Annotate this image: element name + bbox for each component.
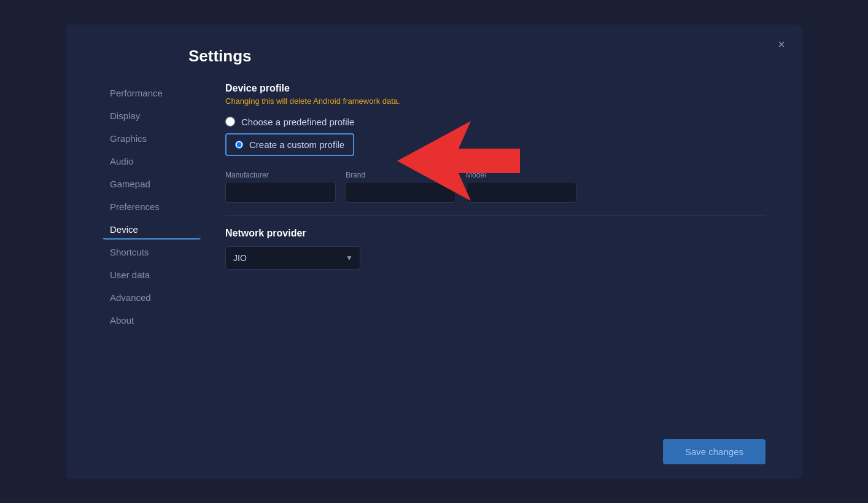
brand-input[interactable] (346, 182, 456, 203)
network-provider-select[interactable]: JIO Airtel Vodafone BSNL (225, 246, 360, 270)
sidebar: Performance Display Graphics Audio Gamep… (66, 83, 201, 429)
sidebar-item-device[interactable]: Device (103, 219, 201, 240)
modal-footer: Save changes (66, 429, 802, 479)
section-divider (225, 215, 765, 216)
sidebar-item-about[interactable]: About (103, 310, 201, 330)
custom-profile-label: Create a custom profile (249, 139, 344, 150)
custom-profile-radio[interactable] (235, 141, 243, 149)
network-provider-title: Network provider (225, 228, 765, 239)
profile-radio-group: Choose a predefined profile Create a cus… (225, 117, 765, 156)
network-select-wrapper: JIO Airtel Vodafone BSNL ▼ (225, 246, 360, 270)
model-field-group: Model (466, 171, 576, 203)
sidebar-item-preferences[interactable]: Preferences (103, 197, 201, 217)
save-changes-button[interactable]: Save changes (663, 439, 765, 464)
sidebar-item-user-data[interactable]: User data (103, 265, 201, 285)
manufacturer-label: Manufacturer (225, 171, 336, 179)
warning-text: Changing this will delete Android framew… (225, 96, 765, 106)
predefined-profile-option[interactable]: Choose a predefined profile (225, 117, 765, 127)
brand-label: Brand (346, 171, 456, 179)
predefined-profile-label: Choose a predefined profile (241, 117, 354, 127)
sidebar-item-shortcuts[interactable]: Shortcuts (103, 242, 201, 262)
predefined-profile-radio[interactable] (225, 117, 235, 127)
close-button[interactable]: × (775, 36, 788, 53)
model-label: Model (466, 171, 576, 179)
custom-profile-option[interactable]: Create a custom profile (225, 133, 354, 156)
sidebar-item-performance[interactable]: Performance (103, 83, 201, 103)
network-provider-section: Network provider JIO Airtel Vodafone BSN… (225, 228, 765, 270)
settings-modal: × Settings Performance Display Graphics … (66, 25, 802, 479)
manufacturer-field-group: Manufacturer (225, 171, 336, 203)
content-area: Device profile Changing this will delete… (201, 83, 802, 429)
manufacturer-input[interactable] (225, 182, 336, 203)
device-profile-title: Device profile (225, 83, 765, 94)
sidebar-item-audio[interactable]: Audio (103, 151, 201, 171)
sidebar-item-gamepad[interactable]: Gamepad (103, 174, 201, 194)
page-title: Settings (66, 25, 802, 83)
model-input[interactable] (466, 182, 576, 203)
brand-field-group: Brand (346, 171, 456, 203)
device-profile-section: Device profile Changing this will delete… (225, 83, 765, 203)
device-fields-row: Manufacturer Brand Model (225, 171, 765, 203)
sidebar-item-advanced[interactable]: Advanced (103, 287, 201, 308)
sidebar-item-display[interactable]: Display (103, 106, 201, 126)
sidebar-item-graphics[interactable]: Graphics (103, 128, 201, 149)
modal-body: Performance Display Graphics Audio Gamep… (66, 83, 802, 429)
